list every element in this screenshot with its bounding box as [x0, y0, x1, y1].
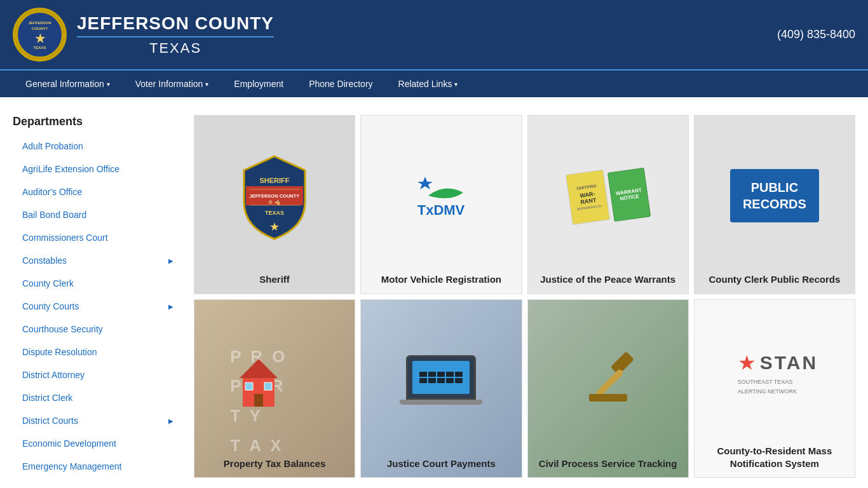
- stan-image: ★ STAN SOUTHEAST TEXASALERTING NETWORK: [702, 308, 847, 440]
- sidebar-item-constables[interactable]: Constables ▶: [13, 249, 181, 272]
- main-content: Departments Adult Probation AgriLife Ext…: [0, 102, 868, 488]
- nav-phone-directory[interactable]: Phone Directory: [296, 70, 385, 98]
- phone-number: (409) 835-8400: [777, 28, 855, 41]
- tile-jcpay-label: Justice Court Payments: [387, 458, 496, 470]
- nav-related-links[interactable]: Related Links ▾: [386, 70, 471, 98]
- county-name: JEFFERSON COUNTY: [77, 13, 274, 37]
- house-icon: [236, 356, 281, 413]
- tile-warrants-label: Justice of the Peace Warrants: [540, 273, 675, 286]
- chevron-right-icon: ▶: [168, 257, 173, 264]
- nav-general-info[interactable]: General Information ▾: [13, 70, 123, 98]
- civil-image: [536, 308, 681, 452]
- gavel-icon: [576, 348, 640, 412]
- svg-rect-12: [245, 383, 253, 390]
- tile-sheriff[interactable]: SHERIFF JEFFERSON COUNTY ⚙ 🐴 TEXAS ★ She…: [194, 115, 355, 294]
- chevron-down-icon: ▾: [205, 81, 208, 88]
- sidebar-item-district-clerk[interactable]: District Clerk: [13, 386, 181, 409]
- state-name: TEXAS: [77, 40, 274, 57]
- tile-proptax[interactable]: P R O P E R T Y T A X: [194, 299, 355, 478]
- svg-text:★: ★: [269, 220, 280, 233]
- sidebar: Departments Adult Probation AgriLife Ext…: [13, 115, 181, 478]
- jcpay-image: [369, 308, 513, 452]
- tile-txdmv-label: Motor Vehicle Registration: [381, 273, 501, 286]
- warrants-image: CERTIFIED WAR-RANT JEFFERSON CO. WARRANT…: [536, 123, 681, 268]
- tile-stan-label: County-to-Resident Mass Notification Sys…: [702, 445, 847, 470]
- nav-employment[interactable]: Employment: [221, 70, 296, 98]
- sidebar-item-bail-bond[interactable]: Bail Bond Board: [13, 203, 181, 226]
- tile-civil[interactable]: Civil Process Service Tracking: [527, 299, 689, 478]
- tile-jcpay[interactable]: Justice Court Payments: [360, 299, 522, 478]
- seal-star: ★: [35, 32, 45, 46]
- proptax-image: P R O P E R T Y T A X: [202, 308, 347, 452]
- txdmv-image: TxDMV: [369, 123, 513, 268]
- svg-rect-15: [595, 368, 624, 397]
- svg-text:JEFFERSON COUNTY: JEFFERSON COUNTY: [250, 193, 300, 199]
- tile-pubrecords-label: County Clerk Public Records: [709, 273, 841, 286]
- sidebar-item-district-courts[interactable]: District Courts ▶: [13, 409, 181, 432]
- tile-sheriff-label: Sheriff: [259, 273, 290, 286]
- sidebar-item-economic-development[interactable]: Economic Development: [13, 432, 181, 455]
- main-nav: General Information ▾ Voter Information …: [0, 69, 868, 97]
- sidebar-item-commissioners[interactable]: Commissioners Court: [13, 226, 181, 249]
- header-separator: [0, 97, 868, 102]
- sidebar-item-auditor[interactable]: Auditor's Office: [13, 180, 181, 203]
- chevron-right-icon: ▶: [168, 417, 173, 424]
- sidebar-item-courthouse-security[interactable]: Courthouse Security: [13, 318, 181, 341]
- header: JEFFERSON COUNTY ★ TEXAS JEFFERSON COUNT…: [0, 0, 868, 69]
- sidebar-item-county-clerk[interactable]: County Clerk: [13, 272, 181, 295]
- svg-rect-13: [264, 383, 272, 390]
- nav-voter-info[interactable]: Voter Information ▾: [123, 70, 222, 98]
- tile-stan[interactable]: ★ STAN SOUTHEAST TEXASALERTING NETWORK C…: [694, 299, 855, 478]
- sidebar-item-emergency-management[interactable]: Emergency Management: [13, 455, 181, 478]
- tile-txdmv[interactable]: TxDMV Motor Vehicle Registration: [360, 115, 522, 294]
- sidebar-item-dispute-resolution[interactable]: Dispute Resolution: [13, 341, 181, 363]
- sheriff-badge-icon: SHERIFF JEFFERSON COUNTY ⚙ 🐴 TEXAS ★: [236, 151, 313, 240]
- chevron-right-icon: ▶: [168, 303, 173, 310]
- tile-warrants[interactable]: CERTIFIED WAR-RANT JEFFERSON CO. WARRANT…: [527, 115, 689, 294]
- county-title: JEFFERSON COUNTY TEXAS: [77, 13, 274, 57]
- tile-civil-label: Civil Process Service Tracking: [539, 458, 677, 470]
- txdmv-logo-icon: TxDMV: [406, 170, 476, 221]
- header-left: JEFFERSON COUNTY ★ TEXAS JEFFERSON COUNT…: [13, 8, 274, 62]
- chevron-down-icon: ▾: [454, 81, 458, 88]
- sidebar-item-county-courts[interactable]: County Courts ▶: [13, 295, 181, 318]
- sheriff-image: SHERIFF JEFFERSON COUNTY ⚙ 🐴 TEXAS ★: [202, 123, 347, 268]
- sidebar-heading: Departments: [13, 115, 181, 128]
- svg-text:TxDMV: TxDMV: [417, 202, 465, 218]
- tiles-grid: SHERIFF JEFFERSON COUNTY ⚙ 🐴 TEXAS ★ She…: [194, 115, 855, 478]
- svg-marker-7: [417, 177, 433, 189]
- svg-text:⚙ 🐴: ⚙ 🐴: [269, 199, 281, 205]
- svg-text:SHERIFF: SHERIFF: [260, 177, 290, 184]
- svg-text:TEXAS: TEXAS: [265, 210, 284, 216]
- sidebar-item-adult-probation[interactable]: Adult Probation: [13, 135, 181, 158]
- svg-marker-9: [240, 359, 278, 378]
- pubrecords-image: PUBLICRECORDS: [702, 123, 847, 268]
- svg-rect-11: [254, 394, 263, 407]
- seal-inner: JEFFERSON COUNTY ★ TEXAS: [16, 11, 64, 58]
- svg-rect-16: [589, 394, 627, 402]
- county-seal: JEFFERSON COUNTY ★ TEXAS: [13, 8, 67, 62]
- chevron-down-icon: ▾: [107, 81, 110, 88]
- sidebar-item-district-attorney[interactable]: District Attorney: [13, 363, 181, 386]
- sidebar-item-agrilife[interactable]: AgriLife Extension Office: [13, 158, 181, 180]
- tile-pubrecords[interactable]: PUBLICRECORDS County Clerk Public Record…: [694, 115, 855, 294]
